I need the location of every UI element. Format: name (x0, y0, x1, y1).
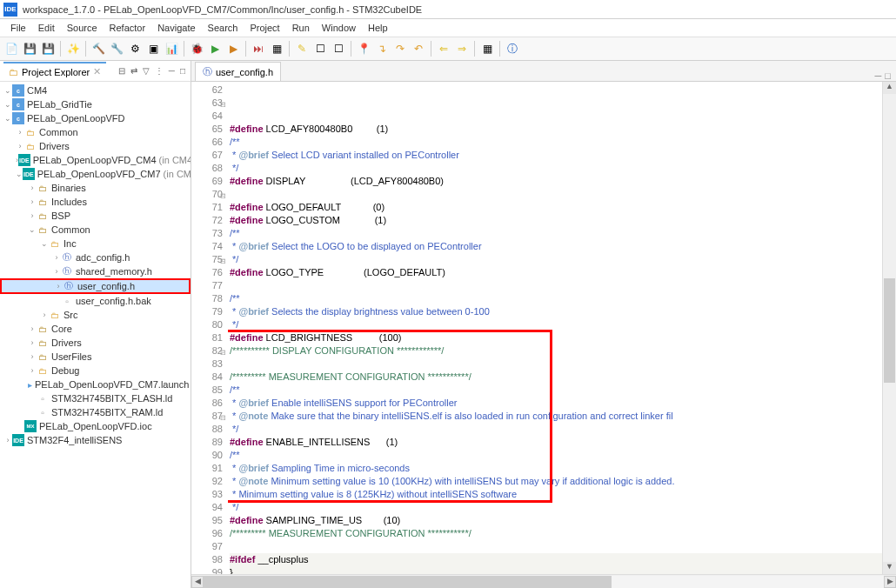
editor-tab-active[interactable]: ⓗ user_config.h (195, 62, 281, 81)
tree-item[interactable]: ›IDEPELab_OpenLoopVFD_CM4 (in CM4) (0, 153, 191, 167)
code-area[interactable]: #define LCD_AFY800480B0 (1)/** * @brief … (228, 82, 882, 574)
tree-item[interactable]: ⌄cPELab_GridTie (0, 97, 191, 111)
menu-file[interactable]: File (5, 21, 31, 35)
collapse-icon[interactable]: ⊟ (117, 66, 127, 76)
persp-icon[interactable]: ▦ (479, 41, 495, 57)
ext-tools-icon[interactable]: ▶ (225, 41, 241, 57)
scroll-left-icon[interactable]: ◀ (191, 576, 204, 588)
tree-twisty-icon[interactable]: ⌄ (3, 86, 12, 95)
gear-icon[interactable]: ⚙ (127, 41, 143, 57)
bug-icon[interactable]: 🐞 (189, 41, 204, 57)
tree-item[interactable]: ›🗀Core (0, 322, 191, 336)
step3-icon[interactable]: ↶ (411, 41, 426, 57)
save-icon[interactable]: 💾 (22, 41, 37, 57)
tree-item[interactable]: ▫STM32H745BITX_RAM.ld (0, 405, 191, 419)
toggle-icon[interactable]: ☐ (312, 41, 328, 57)
step1-icon[interactable]: ↴ (374, 41, 390, 57)
tree-item[interactable]: ›IDESTM32F4_intelliSENS (0, 433, 191, 447)
chip-icon[interactable]: ▣ (145, 41, 161, 57)
tree-twisty-icon[interactable]: ⌄ (28, 225, 37, 234)
editor-max-icon[interactable]: □ (885, 70, 891, 81)
tree-twisty-icon[interactable]: › (28, 352, 37, 361)
tree-twisty-icon[interactable]: ⌄ (3, 100, 12, 109)
vertical-scrollbar[interactable]: ▲ ▼ (882, 82, 896, 574)
tree-item[interactable]: ›🗀Common (0, 125, 191, 139)
tree-twisty-icon[interactable]: ⌄ (3, 114, 12, 123)
menu-window[interactable]: Window (317, 21, 361, 35)
tree-twisty-icon[interactable]: › (40, 311, 49, 319)
run-icon[interactable]: ▶ (207, 41, 223, 57)
term-icon[interactable]: ▦ (269, 41, 284, 57)
tree-item[interactable]: ›🗀Includes (0, 195, 191, 209)
close-icon[interactable]: ✕ (93, 66, 101, 77)
menu-help[interactable]: Help (363, 21, 393, 35)
menu-navigate[interactable]: Navigate (152, 21, 200, 35)
tree-twisty-icon[interactable]: › (52, 253, 61, 262)
tree-twisty-icon[interactable]: › (16, 128, 24, 137)
tree-twisty-icon[interactable]: › (28, 366, 37, 375)
step2-icon[interactable]: ↷ (392, 41, 408, 57)
max-icon[interactable]: □ (178, 66, 187, 76)
build-icon[interactable]: 🔧 (109, 41, 124, 57)
horizontal-scrollbar[interactable]: ◀ ▶ (191, 574, 896, 588)
back-icon[interactable]: ⇐ (436, 41, 451, 57)
menu-refactor[interactable]: Refactor (104, 21, 151, 35)
filter-icon[interactable]: ▽ (141, 66, 151, 76)
tree-item[interactable]: ⌄🗀Common (0, 223, 191, 237)
menu-search[interactable]: Search (203, 21, 244, 35)
stop-icon[interactable]: ⏭ (251, 41, 266, 57)
analyze-icon[interactable]: 📊 (164, 41, 179, 57)
menu-icon[interactable]: ⋮ (153, 66, 165, 76)
scroll-right-icon[interactable]: ▶ (884, 576, 896, 588)
tree-item[interactable]: MXPELab_OpenLoopVFD.ioc (0, 419, 191, 433)
tree-item[interactable]: ›ⓗadc_config.h (0, 251, 191, 264)
tree-item[interactable]: ›🗀UserFiles (0, 350, 191, 364)
scroll-up-icon[interactable]: ▲ (883, 82, 896, 94)
tree-item[interactable]: ▫user_config.h.bak (0, 294, 191, 308)
tree-twisty-icon[interactable]: › (28, 324, 37, 333)
tree-item[interactable]: ›🗀Src (0, 308, 191, 322)
menu-run[interactable]: Run (287, 21, 315, 35)
menu-source[interactable]: Source (62, 21, 103, 35)
project-tree[interactable]: ⌄cCM4⌄cPELab_GridTie⌄cPELab_OpenLoopVFD›… (0, 82, 191, 588)
menu-edit[interactable]: Edit (33, 21, 60, 35)
link-icon[interactable]: ⇄ (129, 66, 139, 76)
tree-twisty-icon[interactable]: ⌄ (40, 239, 49, 248)
hammer-icon[interactable]: 🔨 (90, 41, 106, 57)
save-all-icon[interactable]: 💾 (40, 41, 56, 57)
tree-item[interactable]: ›🗀Binaries (0, 181, 191, 195)
scroll-down-icon[interactable]: ▼ (883, 562, 896, 574)
tree-twisty-icon[interactable]: › (54, 282, 63, 291)
min-icon[interactable]: ─ (167, 66, 177, 76)
tree-item[interactable]: ›🗀BSP (0, 209, 191, 223)
tree-item[interactable]: ⌄🗀Inc (0, 237, 191, 251)
toggle2-icon[interactable]: ☐ (331, 41, 346, 57)
tree-twisty-icon[interactable]: › (3, 436, 12, 444)
explorer-tab[interactable]: 🗀 Project Explorer ✕ (3, 62, 106, 80)
tree-item[interactable]: ›ⓗshared_memory.h (0, 264, 191, 278)
pin-icon[interactable]: 📍 (356, 41, 371, 57)
tree-twisty-icon[interactable]: › (28, 197, 37, 206)
scroll-thumb[interactable] (884, 278, 895, 383)
tree-twisty-icon[interactable]: › (16, 142, 24, 150)
tree-twisty-icon[interactable]: ⌄ (16, 170, 23, 178)
editor-min-icon[interactable]: ─ (875, 70, 882, 81)
tree-twisty-icon[interactable]: › (28, 184, 37, 192)
tree-item[interactable]: ›🗀Drivers (0, 139, 191, 153)
marker-icon[interactable]: ✎ (294, 41, 310, 57)
new-icon[interactable]: 📄 (3, 41, 19, 57)
hscroll-thumb[interactable] (204, 576, 612, 588)
line-gutter[interactable]: 6263⊟64656667686970⊟7172737475⊟767778798… (191, 82, 228, 574)
tree-item[interactable]: ›🗀Drivers (0, 336, 191, 350)
tree-twisty-icon[interactable]: › (28, 211, 37, 220)
tree-item[interactable]: ▸PELab_OpenLoopVFD_CM7.launch (0, 378, 191, 391)
tree-item[interactable]: ▫STM32H745BITX_FLASH.ld (0, 391, 191, 405)
wand-icon[interactable]: ✨ (65, 41, 81, 57)
info-icon[interactable]: ⓘ (505, 41, 520, 57)
menu-project[interactable]: Project (244, 21, 284, 35)
tree-item[interactable]: ⌄cCM4 (0, 84, 191, 97)
tree-item[interactable]: ›🗀Debug (0, 364, 191, 378)
tree-twisty-icon[interactable]: › (52, 267, 61, 276)
tree-item[interactable]: ›ⓗuser_config.h (0, 278, 191, 294)
tree-item[interactable]: ⌄cPELab_OpenLoopVFD (0, 111, 191, 125)
